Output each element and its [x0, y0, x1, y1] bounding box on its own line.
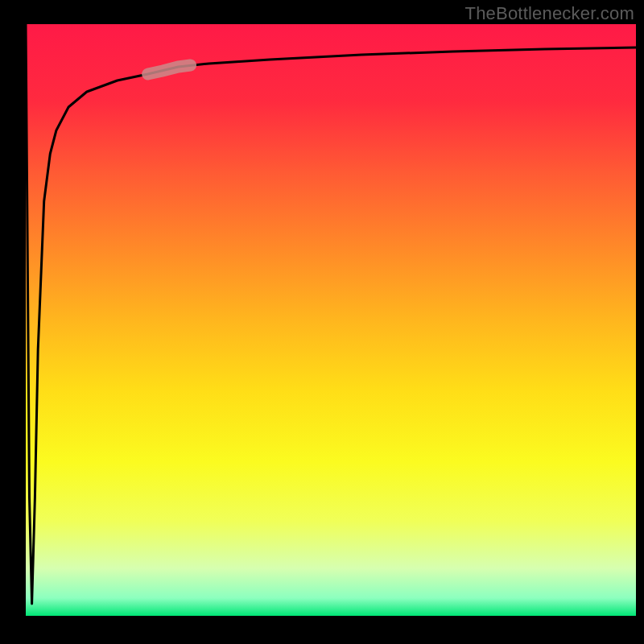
watermark-text: TheBottlenecker.com — [465, 3, 634, 24]
chart-container: TheBottlenecker.com — [0, 0, 644, 644]
chart-svg — [0, 0, 644, 644]
plot-background — [26, 24, 636, 616]
plot-area — [26, 24, 636, 616]
